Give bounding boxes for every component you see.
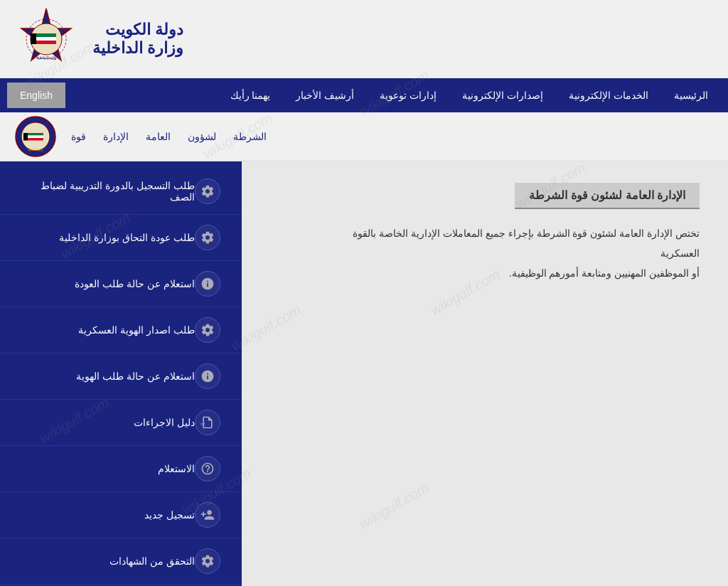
nav-item-epublications[interactable]: إصدارات الإلكترونية [449,78,556,112]
title-line2: وزارة الداخلية [92,39,183,58]
sidebar-item-verify[interactable]: التحقق من الشهادات [0,538,242,585]
svg-rect-10 [28,133,43,136]
person-add-icon [195,502,220,528]
gear-icon-3 [195,271,220,297]
gear-icon-5 [195,363,220,389]
question-icon [195,456,220,481]
svg-rect-12 [28,138,43,141]
sidebar-item-rejoin-label: طلب عودة التحاق بوزارة الداخلية [14,232,195,243]
description-line2: أو الموظفين المهنيين ومتابعة أمورهم الوظ… [509,267,700,279]
english-button[interactable]: English [7,82,65,108]
nav-item-feedback[interactable]: يهمنا رأيك [218,78,284,112]
svg-text:PDF: PDF [200,422,205,426]
sidebar-item-training-label: طلب التسجيل بالدورة التدريبية لضباط الصف [14,180,195,203]
nav-item-home[interactable]: الرئيسية [661,78,721,112]
sidebar-item-inquiry-label: الاستعلام [14,463,195,474]
page-title-box: الإدارة العامة لشئون قوة الشرطة [515,183,700,209]
svg-rect-5 [31,33,36,44]
breadcrumb-item-general[interactable]: العامة [137,125,179,148]
page-title: الإدارة العامة لشئون قوة الشرطة [529,189,685,201]
nav-item-news[interactable]: أرشيف الأخبار [283,78,367,112]
svg-text:وزارة الداخلية: وزارة الداخلية [36,55,57,60]
page-description: تختص الإدارة العامة لشئون قوة الشرطة بإج… [344,223,700,283]
description-line1: تختص الإدارة العامة لشئون قوة الشرطة بإج… [353,228,700,259]
nav-item-awareness[interactable]: إدارات توعوية [367,78,449,112]
nav-item-eservices[interactable]: الخدمات الإلكترونية [556,78,661,112]
sidebar-item-procedures[interactable]: PDF دليل الاجراءات [0,400,242,446]
sidebar-item-return-status[interactable]: استعلام عن حالة طلب العودة [0,261,242,307]
sidebar-item-training[interactable]: طلب التسجيل بالدورة التدريبية لضباط الصف [0,169,242,215]
svg-text:وزارة الداخلية: وزارة الداخلية [28,148,43,151]
breadcrumb: الشرطة لشؤون العامة الإدارة قوة [63,125,275,148]
sidebar-item-inquiry[interactable]: الاستعلام [0,446,242,492]
header-title: دولة الكويت وزارة الداخلية [92,21,183,58]
breadcrumb-item-admin[interactable]: الإدارة [95,125,137,148]
header: دولة الكويت وزارة الداخلية وزارة الداخلي… [0,0,728,78]
verify-icon [195,548,220,574]
gear-icon-2 [195,225,220,250]
sidebar-item-procedures-label: دليل الاجراءات [14,417,195,428]
sidebar: طلب التسجيل بالدورة التدريبية لضباط الصف… [0,161,242,586]
svg-rect-3 [36,37,56,41]
svg-rect-4 [36,41,56,44]
sub-logo: وزارة الداخلية [14,115,57,158]
ministry-logo: وزارة الداخلية [14,7,78,71]
sidebar-item-military-id[interactable]: طلب اصدار الهوية العسكرية [0,307,242,353]
breadcrumb-item-affairs[interactable]: لشؤون [179,125,225,148]
subheader: الشرطة لشؤون العامة الإدارة قوة وزارة ال… [0,112,728,161]
main-content: الإدارة العامة لشئون قوة الشرطة تختص الإ… [0,161,728,586]
svg-rect-13 [23,133,28,141]
breadcrumb-item-force[interactable]: قوة [63,125,95,148]
svg-rect-2 [36,33,56,37]
navbar: الرئيسية الخدمات الإلكترونية إصدارات الإ… [0,78,728,112]
gear-icon [195,179,220,204]
sidebar-item-military-id-label: طلب اصدار الهوية العسكرية [14,324,195,336]
sidebar-item-id-status[interactable]: استعلام عن حالة طلب الهوية [0,353,242,400]
gear-icon-4 [195,317,220,343]
title-line1: دولة الكويت [92,21,183,39]
sidebar-item-verify-label: التحقق من الشهادات [14,555,195,567]
breadcrumb-item-police[interactable]: الشرطة [225,125,275,148]
sidebar-item-new-reg[interactable]: تسجيل جديد [0,492,242,538]
sidebar-item-new-reg-label: تسجيل جديد [14,509,195,521]
sidebar-item-id-status-label: استعلام عن حالة طلب الهوية [14,371,195,382]
content-area: الإدارة العامة لشئون قوة الشرطة تختص الإ… [242,161,728,586]
pdf-icon: PDF [195,410,220,435]
sidebar-item-ministry-rejoin[interactable]: طلب عودة التحاق بوزارة الداخلية [0,215,242,261]
sidebar-item-return-status-label: استعلام عن حالة طلب العودة [14,278,195,289]
svg-rect-11 [28,136,43,139]
